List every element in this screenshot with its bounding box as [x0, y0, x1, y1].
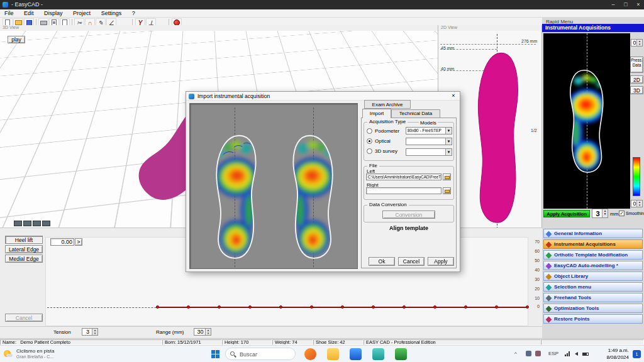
curve-point[interactable]	[248, 305, 252, 309]
curve-point[interactable]	[279, 305, 282, 309]
tab-import[interactable]: Import	[362, 109, 391, 118]
smoothing-checkbox[interactable]	[619, 211, 625, 216]
tray-chevron-icon[interactable]: ^	[514, 351, 517, 356]
sidebar-item-selection-menu[interactable]: Selection menu	[543, 282, 643, 292]
language-indicator[interactable]: ESP	[548, 351, 558, 356]
menu-settings[interactable]: Settings	[97, 9, 126, 16]
status-weight: Weight: 74	[272, 339, 313, 345]
notification-count-badge[interactable]: 1	[633, 350, 641, 358]
menu-edit[interactable]: Edit	[19, 9, 38, 16]
windows-start-icon[interactable]	[211, 350, 219, 358]
acquisition-preview	[189, 103, 358, 269]
tension-stepper[interactable]: 3	[82, 328, 98, 336]
heel-lift-button[interactable]: Heel lift	[5, 236, 43, 244]
survey-3d-radio[interactable]	[367, 148, 372, 154]
taskbar-app-icon[interactable]	[395, 348, 407, 360]
sidebar-item-easycad-auto-modelling[interactable]: EasyCAD Auto-modelling *	[543, 261, 643, 270]
curve-point[interactable]	[433, 305, 436, 309]
map-bottom-stepper[interactable]: 0	[631, 200, 643, 207]
sidebar-item-orthotic-template-modification[interactable]: Orthotic Template Modification	[543, 250, 643, 260]
template-icon	[546, 252, 552, 258]
title-bar: - EasyCAD - – □ ×	[0, 0, 644, 9]
model-select-3[interactable]	[406, 148, 452, 156]
menu-project[interactable]: Project	[69, 9, 95, 16]
apply-button[interactable]: Apply	[428, 257, 454, 266]
browse-right-button[interactable]	[443, 187, 451, 194]
taskbar-search-box[interactable]: Buscar	[225, 348, 296, 360]
heel-lift-value[interactable]: 0.00	[50, 238, 74, 246]
optical-radio[interactable]	[367, 138, 372, 144]
tab-technical-data[interactable]: Technical Data	[391, 109, 440, 118]
sidebar-item-instrumental-acquisitions[interactable]: Instrumental Acquisitions	[543, 239, 643, 249]
battery-icon[interactable]	[582, 353, 589, 356]
dialog-icon	[189, 94, 194, 99]
wifi-icon[interactable]	[565, 351, 570, 356]
menu-file[interactable]: File	[0, 9, 18, 16]
view-thumbnail[interactable]	[33, 221, 41, 226]
file-left-path-input[interactable]: C:\Users\Amministratore\EasyCAD\FreeTEMF	[366, 173, 441, 180]
view-2d-button[interactable]: 2D	[630, 75, 643, 84]
taskbar-weather-widget[interactable]: Ciclismo en pista Gran Bretaña - C...	[3, 348, 116, 361]
view-thumbnail[interactable]	[23, 221, 31, 226]
maximize-button[interactable]: □	[620, 0, 631, 9]
curve-point[interactable]	[156, 305, 159, 309]
volume-icon[interactable]	[575, 352, 578, 356]
tray-app-icon[interactable]	[535, 351, 541, 356]
podometer-label: Podometer	[375, 128, 399, 134]
clock-date[interactable]: 8/08/2024	[594, 354, 629, 360]
right-foot-pressure-map	[284, 129, 344, 262]
curve-point[interactable]	[187, 305, 190, 309]
dialog-close-icon[interactable]: ×	[449, 92, 458, 100]
range-stepper[interactable]: 30	[194, 328, 211, 336]
lateral-edge-button[interactable]: Lateral Edge	[5, 245, 43, 253]
ok-button[interactable]: Ok	[369, 257, 395, 266]
close-button[interactable]: ×	[633, 0, 644, 9]
insole-2d-shape[interactable]	[467, 44, 528, 228]
sidebar-item-freehand-tools[interactable]: Freehand Tools	[543, 293, 643, 302]
tab-exam-archive[interactable]: Exam Archive	[364, 100, 411, 109]
curve-point[interactable]	[310, 305, 313, 309]
cancel-button[interactable]: Cancel	[398, 257, 425, 266]
sidebar-item-restore-points[interactable]: Restore Points	[543, 314, 643, 324]
model-select[interactable]: 80x80 - FreeSTEP	[406, 127, 452, 134]
taskbar-app-icon[interactable]	[350, 348, 362, 360]
cloud-icon	[6, 354, 13, 357]
taskbar-app-icon[interactable]	[372, 348, 384, 360]
press-data-button[interactable]: Press. Data	[630, 57, 643, 73]
heel-lift-step-button[interactable]: >	[75, 238, 82, 246]
thickness-stepper[interactable]: 3	[592, 209, 608, 218]
taskbar-app-icon[interactable]	[304, 348, 316, 360]
tray-app-icon[interactable]	[526, 351, 531, 356]
clock-time[interactable]: 1:49 a.m.	[594, 348, 629, 353]
model-select-2[interactable]	[406, 138, 452, 145]
view-thumbnail[interactable]	[14, 221, 22, 226]
play-button[interactable]: play	[8, 36, 25, 43]
pressure-map-view[interactable]	[543, 33, 630, 209]
map-top-stepper[interactable]: 0	[631, 39, 643, 47]
curve-point[interactable]	[464, 305, 467, 309]
cancel-curve-button[interactable]: Cancel	[5, 314, 43, 322]
curve-point[interactable]	[218, 305, 221, 309]
search-placeholder: Buscar	[240, 351, 257, 358]
conversion-button[interactable]: Conversion	[382, 211, 435, 219]
medial-edge-button[interactable]: Medial Edge	[5, 255, 43, 263]
curve-point[interactable]	[372, 305, 375, 309]
curve-point[interactable]	[341, 305, 344, 309]
taskbar-app-icon[interactable]	[327, 348, 339, 360]
sidebar-item-general-information[interactable]: General Information	[543, 229, 643, 238]
menu-display[interactable]: Display	[40, 9, 67, 16]
curve-point[interactable]	[495, 305, 498, 309]
podometer-radio[interactable]	[367, 128, 372, 134]
curve-point[interactable]	[402, 305, 406, 309]
browse-left-button[interactable]	[443, 173, 451, 180]
apply-acquisition-button[interactable]: Apply Acquisition	[543, 210, 590, 217]
minimize-button[interactable]: –	[608, 0, 619, 9]
curve-point[interactable]	[526, 305, 529, 309]
view-3d-button[interactable]: 3D	[630, 86, 643, 94]
sidebar-item-object-library[interactable]: Object Library	[543, 272, 643, 281]
sidebar-item-optimization-tools[interactable]: Optimization Tools	[543, 304, 643, 313]
weather-headline: Ciclismo en pista	[16, 348, 54, 354]
file-right-path-input[interactable]	[366, 187, 441, 194]
menu-help[interactable]: ?	[128, 9, 140, 16]
view-thumbnail[interactable]	[42, 221, 50, 226]
